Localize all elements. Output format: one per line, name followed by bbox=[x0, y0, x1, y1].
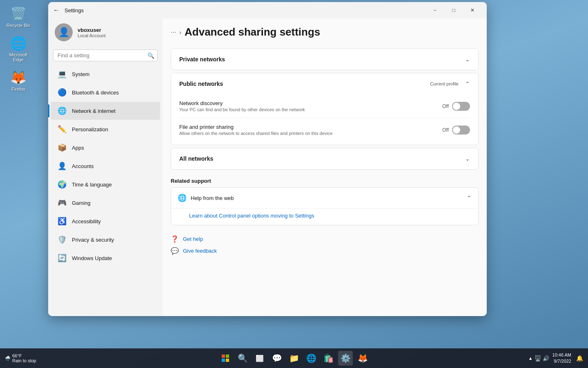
get-help-row[interactable]: ❓ Get help bbox=[171, 235, 479, 243]
taskbar-chat[interactable]: 💬 bbox=[270, 351, 284, 366]
user-type: Local Account bbox=[78, 33, 106, 38]
footer-links: ❓ Get help 💬 Give feedback bbox=[163, 229, 487, 263]
help-body: Learn about Control panel options moving… bbox=[171, 208, 478, 225]
private-networks-header[interactable]: Private networks ⌄ bbox=[171, 49, 478, 70]
user-name: vboxuser bbox=[78, 27, 106, 33]
accounts-nav-label: Accounts bbox=[72, 163, 94, 169]
notification-icon[interactable]: 🔔 bbox=[576, 355, 583, 361]
taskbar-center: 🔍 ⬜ 💬 📁 🌐 🛍️ ⚙️ 🦊 bbox=[218, 351, 370, 366]
network-sys-icon[interactable]: 🖥️ bbox=[535, 355, 541, 361]
breadcrumb-arrow: › bbox=[179, 29, 181, 36]
file-sharing-toggle[interactable] bbox=[452, 126, 470, 135]
edge-icon[interactable]: 🌐 Microsoft Edge bbox=[4, 34, 33, 64]
sidebar: 👤 vboxuser Local Account 🔍 💻 Sy bbox=[48, 18, 163, 316]
give-feedback-icon: 💬 bbox=[171, 247, 179, 255]
all-networks-header[interactable]: All networks ⌄ bbox=[171, 148, 478, 169]
public-networks-section: Public networks Current profile ⌃ Networ… bbox=[171, 73, 479, 145]
accessibility-nav-icon: ♿ bbox=[57, 216, 67, 226]
related-support: Related support 🌐 Help from the web ⌃ Le… bbox=[171, 178, 479, 225]
taskbar-edge[interactable]: 🌐 bbox=[304, 351, 318, 366]
system-nav-icon: 💻 bbox=[57, 69, 67, 79]
volume-icon[interactable]: 🔊 bbox=[543, 355, 549, 361]
taskbar-search[interactable]: 🔍 bbox=[235, 351, 250, 366]
firefox-label: Firefox bbox=[11, 87, 25, 92]
main-content: ··· › Advanced sharing settings Private … bbox=[163, 18, 487, 316]
sidebar-item-time[interactable]: 🌍 Time & language bbox=[51, 175, 160, 193]
privacy-nav-icon: 🛡️ bbox=[57, 235, 67, 245]
breadcrumb-dots[interactable]: ··· bbox=[171, 29, 176, 36]
recycle-bin-label: Recycle Bin bbox=[7, 23, 30, 28]
personalization-nav-icon: ✏️ bbox=[57, 124, 67, 134]
maximize-button[interactable]: □ bbox=[444, 4, 463, 17]
apps-nav-label: Apps bbox=[72, 145, 84, 151]
file-sharing-row: File and printer sharing Allow others on… bbox=[179, 118, 470, 141]
give-feedback-row[interactable]: 💬 Give feedback bbox=[171, 247, 479, 255]
time-nav-label: Time & language bbox=[72, 182, 112, 188]
bluetooth-nav-icon: 🔵 bbox=[57, 88, 67, 97]
weather-temp: 66°F bbox=[12, 353, 36, 358]
help-from-web-header[interactable]: 🌐 Help from the web ⌃ bbox=[171, 188, 478, 208]
private-networks-section: Private networks ⌄ bbox=[171, 48, 479, 70]
taskbar-taskview[interactable]: ⬜ bbox=[252, 351, 267, 366]
avatar: 👤 bbox=[55, 23, 73, 41]
window-title: Settings bbox=[65, 7, 84, 13]
taskbar-store[interactable]: 🛍️ bbox=[321, 351, 336, 366]
get-help-link[interactable]: Get help bbox=[183, 236, 203, 242]
file-sharing-state: Off bbox=[442, 127, 449, 133]
system-nav-label: System bbox=[72, 71, 89, 77]
taskbar-firefox[interactable]: 🦊 bbox=[355, 351, 370, 366]
sidebar-item-update[interactable]: 🔄 Windows Update bbox=[51, 249, 160, 267]
close-button[interactable]: ✕ bbox=[463, 4, 482, 17]
sidebar-item-system[interactable]: 💻 System bbox=[51, 65, 160, 83]
taskbar-explorer[interactable]: 📁 bbox=[287, 351, 301, 366]
learn-about-link[interactable]: Learn about Control panel options moving… bbox=[189, 213, 314, 219]
get-help-icon: ❓ bbox=[171, 235, 179, 243]
privacy-nav-label: Privacy & security bbox=[72, 237, 114, 243]
apps-nav-icon: 📦 bbox=[57, 143, 67, 153]
desktop-icons: 🗑️ Recycle Bin 🌐 Microsoft Edge 🦊 Firefo… bbox=[4, 4, 33, 93]
give-feedback-link[interactable]: Give feedback bbox=[183, 248, 217, 254]
time-nav-icon: 🌍 bbox=[57, 180, 67, 189]
public-networks-header[interactable]: Public networks Current profile ⌃ bbox=[171, 73, 478, 94]
network-discovery-toggle[interactable] bbox=[452, 102, 470, 111]
help-card: 🌐 Help from the web ⌃ Learn about Contro… bbox=[171, 187, 479, 225]
gaming-nav-icon: 🎮 bbox=[57, 198, 67, 208]
sidebar-item-accessibility[interactable]: ♿ Accessibility bbox=[51, 212, 160, 230]
taskbar-weather[interactable]: 🌧️ 66°F Rain to stop bbox=[5, 353, 36, 363]
public-networks-badge: Current profile bbox=[430, 81, 459, 86]
sidebar-item-accounts[interactable]: 👤 Accounts bbox=[51, 157, 160, 175]
sidebar-item-personalization[interactable]: ✏️ Personalization bbox=[51, 120, 160, 138]
sidebar-item-gaming[interactable]: 🎮 Gaming bbox=[51, 194, 160, 212]
accessibility-nav-label: Accessibility bbox=[72, 218, 101, 224]
sidebar-item-bluetooth[interactable]: 🔵 Bluetooth & devices bbox=[51, 83, 160, 101]
taskbar-settings[interactable]: ⚙️ bbox=[338, 351, 353, 366]
firefox-icon[interactable]: 🦊 Firefox bbox=[4, 68, 33, 93]
network-discovery-name: Network discovery bbox=[179, 100, 305, 106]
sidebar-item-apps[interactable]: 📦 Apps bbox=[51, 139, 160, 157]
user-profile[interactable]: 👤 vboxuser Local Account bbox=[48, 18, 163, 48]
search-box: 🔍 bbox=[53, 49, 158, 61]
update-nav-icon: 🔄 bbox=[57, 253, 67, 263]
private-networks-chevron: ⌄ bbox=[465, 56, 470, 63]
search-input[interactable] bbox=[53, 49, 158, 61]
sidebar-item-privacy[interactable]: 🛡️ Privacy & security bbox=[51, 231, 160, 249]
file-sharing-name: File and printer sharing bbox=[179, 124, 332, 130]
network-discovery-row: Network discovery Your PC can find and b… bbox=[179, 94, 470, 118]
settings-window: ← Settings − □ ✕ 👤 vboxuser bbox=[48, 2, 487, 316]
chevron-up-icon[interactable]: ▲ bbox=[528, 356, 533, 361]
public-networks-title: Public networks bbox=[179, 81, 223, 87]
edge-label: Microsoft Edge bbox=[6, 52, 31, 62]
bluetooth-nav-label: Bluetooth & devices bbox=[72, 90, 119, 96]
page-header: ··· › Advanced sharing settings bbox=[163, 18, 487, 46]
minimize-button[interactable]: − bbox=[425, 4, 444, 17]
back-button[interactable]: ← bbox=[53, 7, 60, 14]
taskbar-clock[interactable]: 10:46 AM 9/7/2022 bbox=[552, 352, 571, 365]
sidebar-item-network[interactable]: 🌐 Network & internet bbox=[51, 102, 160, 120]
taskbar: 🌧️ 66°F Rain to stop 🔍 ⬜ 💬 📁 🌐 🛍️ ⚙️ 🦊 bbox=[0, 348, 588, 368]
personalization-nav-label: Personalization bbox=[72, 126, 108, 132]
related-support-title: Related support bbox=[171, 178, 479, 184]
start-button[interactable] bbox=[218, 351, 233, 366]
help-from-web-title: Help from the web bbox=[191, 195, 234, 201]
recycle-bin-icon[interactable]: 🗑️ Recycle Bin bbox=[4, 4, 33, 29]
help-chevron: ⌃ bbox=[467, 195, 472, 201]
